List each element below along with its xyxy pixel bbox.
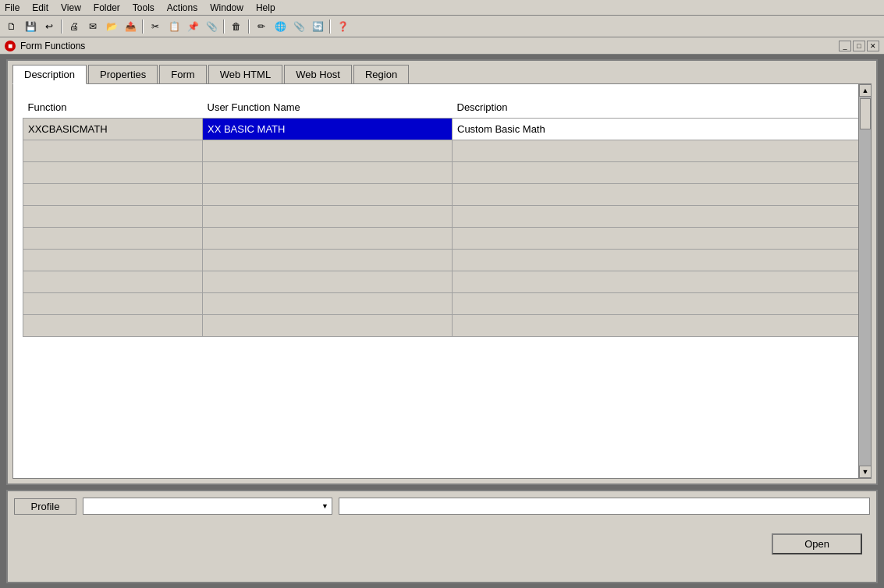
table-wrapper: Function User Function Name Description …	[13, 84, 871, 478]
menu-tools[interactable]: Tools	[131, 2, 156, 13]
paste2-button[interactable]: 📎	[203, 18, 220, 35]
close-button[interactable]: ✕	[867, 41, 879, 51]
table-row[interactable]	[23, 315, 861, 337]
cell-userfunc[interactable]: XX BASIC MATH	[203, 119, 453, 140]
copy-button[interactable]: 📋	[165, 18, 183, 35]
tab-properties[interactable]: Properties	[88, 65, 158, 84]
save-button[interactable]: 💾	[22, 18, 39, 35]
delete-button[interactable]: 🗑	[228, 18, 245, 35]
undo-button[interactable]: ↩	[41, 18, 58, 35]
cell-function[interactable]: XXCBASICMATH	[23, 119, 203, 140]
cell-function[interactable]	[23, 140, 203, 162]
table-row[interactable]	[23, 250, 861, 271]
profile-dropdown[interactable]: ▼	[83, 498, 332, 515]
table-row[interactable]	[23, 293, 861, 315]
open-button-row: Open	[14, 533, 870, 554]
cell-function[interactable]	[23, 206, 203, 228]
scrollbar-track[interactable]	[859, 97, 871, 466]
cell-desc[interactable]	[453, 293, 861, 315]
window-title: Form Functions	[20, 41, 839, 51]
tab-webhtml[interactable]: Web HTML	[208, 65, 283, 84]
form-functions-panel: Description Properties Form Web HTML Web…	[6, 59, 878, 485]
window-titlebar: ■ Form Functions _ □ ✕	[0, 37, 884, 55]
cell-userfunc[interactable]	[203, 293, 453, 315]
cell-function[interactable]	[23, 250, 203, 271]
cell-userfunc[interactable]	[203, 184, 453, 206]
stop-icon: ■	[5, 41, 16, 51]
cell-desc[interactable]	[453, 162, 861, 184]
cell-function[interactable]	[23, 162, 203, 184]
col-header-function: Function	[23, 100, 203, 119]
tab-region[interactable]: Region	[353, 65, 409, 84]
tab-webhost[interactable]: Web Host	[284, 65, 352, 84]
tab-content: Function User Function Name Description …	[12, 83, 872, 479]
mail-button[interactable]: ✉	[84, 18, 101, 35]
menu-edit[interactable]: Edit	[30, 2, 50, 13]
maximize-button[interactable]: □	[853, 41, 865, 51]
minimize-button[interactable]: _	[839, 41, 851, 51]
refresh-button[interactable]: 🔄	[309, 18, 326, 35]
table-row[interactable]	[23, 228, 861, 250]
menu-view[interactable]: View	[59, 2, 83, 13]
cell-desc[interactable]	[453, 140, 861, 162]
cell-desc[interactable]	[453, 228, 861, 250]
paste-button[interactable]: 📌	[184, 18, 201, 35]
export-button[interactable]: 📤	[122, 18, 139, 35]
table-row[interactable]	[23, 206, 861, 228]
help-button[interactable]: ❓	[334, 18, 351, 35]
cell-function[interactable]	[23, 293, 203, 315]
cell-desc[interactable]	[453, 206, 861, 228]
cell-userfunc[interactable]	[203, 140, 453, 162]
scrollbar-vertical[interactable]: ▲ ▼	[858, 84, 871, 478]
profile-value[interactable]	[339, 498, 870, 515]
table-row[interactable]	[23, 162, 861, 184]
tab-description[interactable]: Description	[12, 65, 87, 84]
new-button[interactable]: 🗋	[3, 18, 20, 35]
cell-userfunc[interactable]	[203, 250, 453, 271]
bottom-panel: Profile ▼ Open	[6, 490, 878, 583]
attach-button[interactable]: 📎	[290, 18, 307, 35]
profile-label: Profile	[14, 498, 76, 515]
cell-desc[interactable]	[453, 315, 861, 337]
menu-help[interactable]: Help	[254, 2, 277, 13]
tab-form[interactable]: Form	[159, 65, 206, 84]
cell-userfunc[interactable]	[203, 162, 453, 184]
cell-userfunc[interactable]	[203, 206, 453, 228]
cell-function[interactable]	[23, 228, 203, 250]
scroll-down-button[interactable]: ▼	[859, 466, 872, 478]
cell-desc[interactable]	[453, 250, 861, 271]
toolbar: 🗋 💾 ↩ 🖨 ✉ 📂 📤 ✂ 📋 📌 📎 🗑 ✏ 🌐 📎 🔄 ❓	[0, 16, 884, 37]
menu-window[interactable]: Window	[208, 2, 245, 13]
cell-desc[interactable]	[453, 271, 861, 293]
cell-function[interactable]	[23, 315, 203, 337]
edit-button[interactable]: ✏	[253, 18, 270, 35]
cell-userfunc[interactable]	[203, 271, 453, 293]
col-header-userfunc: User Function Name	[203, 100, 453, 119]
cell-desc[interactable]	[453, 184, 861, 206]
col-header-desc: Description	[453, 100, 861, 119]
cut-button[interactable]: ✂	[147, 18, 164, 35]
cell-userfunc[interactable]	[203, 228, 453, 250]
print-button[interactable]: 🖨	[66, 18, 83, 35]
menubar: File Edit View Folder Tools Actions Wind…	[0, 0, 884, 16]
menu-file[interactable]: File	[3, 2, 21, 13]
scrollbar-thumb[interactable]	[860, 98, 871, 129]
table-row[interactable]	[23, 184, 861, 206]
open-button[interactable]: 📂	[103, 18, 120, 35]
cell-function[interactable]	[23, 271, 203, 293]
main-area: Description Properties Form Web HTML Web…	[0, 55, 884, 588]
toolbar-sep-2	[142, 19, 144, 34]
menu-actions[interactable]: Actions	[165, 2, 199, 13]
table-row[interactable]	[23, 271, 861, 293]
cell-function[interactable]	[23, 184, 203, 206]
open-action-button[interactable]: Open	[772, 533, 862, 554]
cell-desc[interactable]: Custom Basic Math	[453, 119, 861, 140]
menu-folder[interactable]: Folder	[92, 2, 122, 13]
scroll-up-button[interactable]: ▲	[859, 84, 872, 97]
table-row[interactable]	[23, 140, 861, 162]
table-row[interactable]: XXCBASICMATHXX BASIC MATHCustom Basic Ma…	[23, 119, 861, 140]
web-button[interactable]: 🌐	[272, 18, 289, 35]
toolbar-sep-4	[248, 19, 250, 34]
profile-row: Profile ▼	[14, 498, 870, 515]
cell-userfunc[interactable]	[203, 315, 453, 337]
